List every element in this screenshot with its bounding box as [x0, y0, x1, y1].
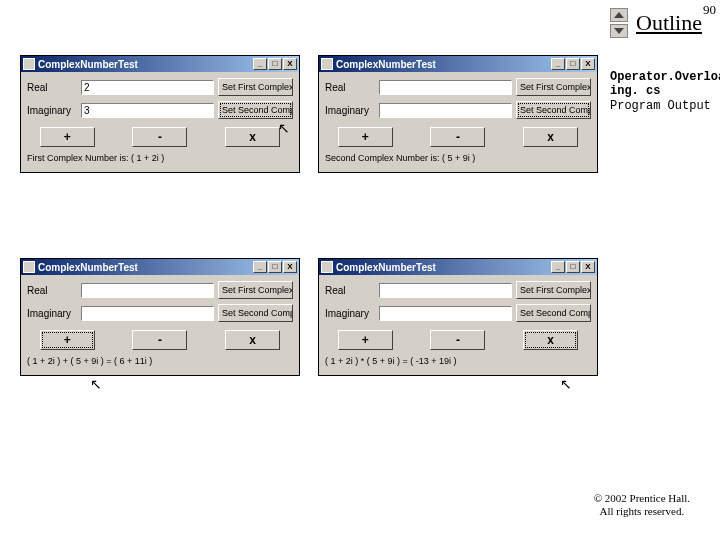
- info-line-1: Operator.Overload: [610, 70, 720, 84]
- close-button[interactable]: X: [283, 261, 297, 273]
- window-buttons: _ □ X: [253, 261, 297, 273]
- imag-row: Imaginary Set Second Complex Number: [27, 304, 293, 322]
- plus-button[interactable]: +: [40, 127, 95, 147]
- set-first-button[interactable]: Set First Complex Number: [516, 281, 591, 299]
- operator-row: + - x: [27, 330, 293, 350]
- real-input[interactable]: [379, 80, 512, 95]
- operator-row: + - x: [325, 330, 591, 350]
- window-title: ComplexNumberTest: [336, 262, 551, 273]
- real-row: Real Set First Complex Number: [27, 78, 293, 96]
- info-line-3: Program Output: [610, 99, 720, 113]
- imaginary-input[interactable]: [81, 306, 214, 321]
- maximize-button[interactable]: □: [268, 58, 282, 70]
- nav-down-button[interactable]: [610, 24, 628, 38]
- close-button[interactable]: X: [581, 58, 595, 70]
- minimize-button[interactable]: _: [253, 58, 267, 70]
- imag-row: Imaginary Set Second Complex Number: [325, 101, 591, 119]
- imaginary-label: Imaginary: [27, 308, 77, 319]
- set-first-button[interactable]: Set First Complex Number: [218, 78, 293, 96]
- multiply-button[interactable]: x: [225, 330, 280, 350]
- client-area: Real Set First Complex Number Imaginary …: [21, 275, 299, 375]
- real-label: Real: [325, 82, 375, 93]
- imaginary-input[interactable]: [379, 103, 512, 118]
- imaginary-label: Imaginary: [27, 105, 77, 116]
- minus-button[interactable]: -: [430, 330, 485, 350]
- titlebar[interactable]: ComplexNumberTest _ □ X: [21, 56, 299, 72]
- set-second-button[interactable]: Set Second Complex Number: [516, 304, 591, 322]
- copyright-line-2: All rights reserved.: [594, 505, 690, 518]
- minus-button[interactable]: -: [430, 127, 485, 147]
- window-title: ComplexNumberTest: [38, 262, 253, 273]
- app-icon: [23, 58, 35, 70]
- close-button[interactable]: X: [283, 58, 297, 70]
- titlebar[interactable]: ComplexNumberTest _ □ X: [319, 259, 597, 275]
- grid-row: ComplexNumberTest _ □ X Real Set First C…: [20, 258, 600, 376]
- status-line: ( 1 + 2i ) * ( 5 + 9i ) = ( -13 + 19i ): [325, 356, 591, 367]
- set-second-button[interactable]: Set Second Complex Number: [218, 304, 293, 322]
- real-row: Real Set First Complex Number: [325, 281, 591, 299]
- imaginary-label: Imaginary: [325, 308, 375, 319]
- windows-grid: ComplexNumberTest _ □ X Real Set First C…: [20, 55, 600, 461]
- titlebar[interactable]: ComplexNumberTest _ □ X: [21, 259, 299, 275]
- real-row: Real Set First Complex Number: [27, 281, 293, 299]
- multiply-button[interactable]: x: [225, 127, 280, 147]
- window-title: ComplexNumberTest: [336, 59, 551, 70]
- status-line: ( 1 + 2i ) + ( 5 + 9i ) = ( 6 + 11i ): [27, 356, 293, 367]
- minus-button[interactable]: -: [132, 127, 187, 147]
- set-first-button[interactable]: Set First Complex Number: [516, 78, 591, 96]
- imaginary-input[interactable]: [379, 306, 512, 321]
- imag-row: Imaginary Set Second Complex Number: [27, 101, 293, 119]
- multiply-button[interactable]: x: [523, 127, 578, 147]
- app-icon: [321, 58, 333, 70]
- nav-up-button[interactable]: [610, 8, 628, 22]
- titlebar[interactable]: ComplexNumberTest _ □ X: [319, 56, 597, 72]
- real-input[interactable]: [81, 283, 214, 298]
- multiply-button[interactable]: x: [523, 330, 578, 350]
- real-input[interactable]: [379, 283, 512, 298]
- plus-button[interactable]: +: [40, 330, 95, 350]
- minimize-button[interactable]: _: [551, 58, 565, 70]
- app-window: ComplexNumberTest _ □ X Real Set First C…: [20, 258, 300, 376]
- grid-row: ComplexNumberTest _ □ X Real Set First C…: [20, 55, 600, 173]
- minimize-button[interactable]: _: [551, 261, 565, 273]
- info-line-2: ing. cs: [610, 84, 720, 98]
- client-area: Real Set First Complex Number Imaginary …: [319, 72, 597, 172]
- minus-button[interactable]: -: [132, 330, 187, 350]
- imaginary-label: Imaginary: [325, 105, 375, 116]
- operator-row: + - x: [325, 127, 591, 147]
- real-input[interactable]: [81, 80, 214, 95]
- program-info: Operator.Overload ing. cs Program Output: [610, 70, 720, 113]
- minimize-button[interactable]: _: [253, 261, 267, 273]
- plus-button[interactable]: +: [338, 127, 393, 147]
- close-button[interactable]: X: [581, 261, 595, 273]
- real-label: Real: [27, 285, 77, 296]
- page-number: 90: [703, 2, 716, 18]
- header-controls: Outline: [610, 8, 702, 38]
- window-buttons: _ □ X: [551, 58, 595, 70]
- imaginary-input[interactable]: [81, 103, 214, 118]
- status-line: First Complex Number is: ( 1 + 2i ): [27, 153, 293, 164]
- plus-button[interactable]: +: [338, 330, 393, 350]
- maximize-button[interactable]: □: [566, 261, 580, 273]
- set-second-button[interactable]: Set Second Complex Number: [218, 101, 293, 119]
- set-second-button[interactable]: Set Second Complex Number: [516, 101, 591, 119]
- real-label: Real: [27, 82, 77, 93]
- outline-link[interactable]: Outline: [636, 10, 702, 36]
- real-label: Real: [325, 285, 375, 296]
- app-window: ComplexNumberTest _ □ X Real Set First C…: [20, 55, 300, 173]
- client-area: Real Set First Complex Number Imaginary …: [21, 72, 299, 172]
- maximize-button[interactable]: □: [566, 58, 580, 70]
- client-area: Real Set First Complex Number Imaginary …: [319, 275, 597, 375]
- footer: © 2002 Prentice Hall. All rights reserve…: [594, 492, 690, 518]
- copyright-line-1: © 2002 Prentice Hall.: [594, 492, 690, 505]
- nav-arrows: [610, 8, 628, 38]
- set-first-button[interactable]: Set First Complex Number: [218, 281, 293, 299]
- app-window: ComplexNumberTest _ □ X Real Set First C…: [318, 55, 598, 173]
- maximize-button[interactable]: □: [268, 261, 282, 273]
- imag-row: Imaginary Set Second Complex Number: [325, 304, 591, 322]
- operator-row: + - x: [27, 127, 293, 147]
- arrow-down-icon: [614, 28, 624, 34]
- status-line: Second Complex Number is: ( 5 + 9i ): [325, 153, 591, 164]
- app-window: ComplexNumberTest _ □ X Real Set First C…: [318, 258, 598, 376]
- window-title: ComplexNumberTest: [38, 59, 253, 70]
